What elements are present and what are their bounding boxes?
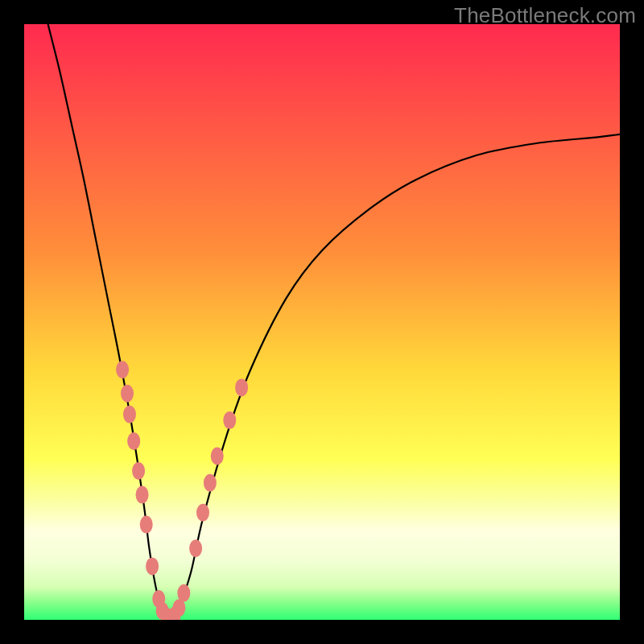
svg-point-8 xyxy=(146,557,159,575)
svg-point-6 xyxy=(136,486,149,504)
svg-point-18 xyxy=(211,448,224,465)
svg-point-14 xyxy=(177,584,190,602)
watermark-text: TheBottleneck.com xyxy=(454,3,636,28)
svg-point-2 xyxy=(121,385,134,402)
svg-point-19 xyxy=(223,411,236,429)
svg-point-20 xyxy=(235,378,248,396)
svg-point-1 xyxy=(116,361,129,378)
svg-point-7 xyxy=(140,516,153,534)
svg-point-5 xyxy=(132,462,145,480)
bottleneck-curve xyxy=(48,24,620,620)
highlight-blobs xyxy=(116,361,248,620)
chart-overlay xyxy=(24,24,620,620)
svg-point-4 xyxy=(127,432,140,450)
svg-point-17 xyxy=(204,474,217,492)
svg-point-16 xyxy=(196,504,209,522)
svg-point-3 xyxy=(123,406,136,423)
chart-frame xyxy=(24,24,620,620)
svg-point-15 xyxy=(189,539,202,557)
